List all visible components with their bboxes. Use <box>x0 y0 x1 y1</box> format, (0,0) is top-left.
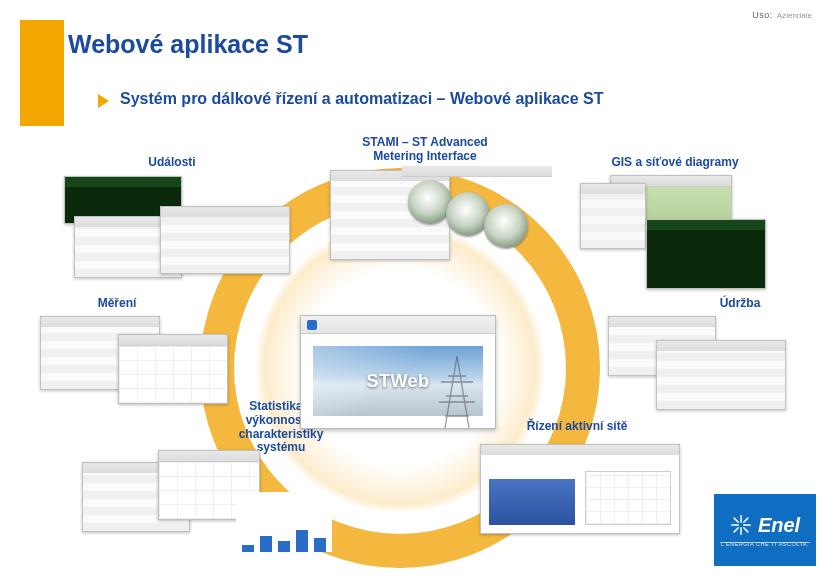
brand-tagline: L'ENERGIA CHE TI ASCOLTA. <box>721 541 809 547</box>
center-card-image: STWeb <box>313 346 483 416</box>
svg-line-4 <box>734 518 738 522</box>
label-gis: GIS a síťové diagramy <box>580 156 770 170</box>
svg-line-6 <box>744 518 748 522</box>
label-maintenance: Údržba <box>700 297 780 311</box>
header-uso-label: Uso: <box>752 10 773 20</box>
label-events: Události <box>112 156 232 170</box>
brand-name: Enel <box>758 514 800 537</box>
logo-icon <box>307 320 317 330</box>
pylon-icon <box>437 352 477 432</box>
thumb-maint-schedule <box>656 340 786 410</box>
thumb-gis-schema <box>646 219 766 289</box>
label-active-network: Řízení aktivní sítě <box>492 420 662 434</box>
thumb-gis-report <box>580 183 646 249</box>
header-usage: Uso: Aziendale <box>0 0 840 30</box>
label-measurement: Měření <box>72 297 162 311</box>
thumb-active-widget <box>489 479 575 525</box>
svg-line-5 <box>744 528 748 532</box>
brand-logo: Enel L'ENERGIA CHE TI ASCOLTA. <box>714 494 816 566</box>
thumb-active-dashboard <box>480 444 680 534</box>
label-ami: STAMI – ST Advanced Metering Interface <box>330 136 520 164</box>
page-subtitle: Systém pro dálkové řízení a automatizaci… <box>120 90 603 108</box>
thumb-active-plot <box>585 471 671 525</box>
meter-icon <box>484 204 528 248</box>
thumb-stats-barchart <box>236 492 332 552</box>
page-title: Webové aplikace ST <box>68 30 308 59</box>
enel-starburst-icon <box>730 514 752 536</box>
thumb-measure-trend <box>118 334 228 404</box>
header-scope: Aziendale <box>777 11 812 20</box>
center-card: STWeb <box>300 315 496 429</box>
thumb-ami-meters <box>402 166 552 266</box>
svg-line-7 <box>734 528 738 532</box>
accent-block <box>20 20 64 126</box>
chevron-icon <box>98 94 109 108</box>
thumb-events-table2 <box>160 206 290 274</box>
center-brand: STWeb <box>366 371 429 392</box>
center-card-header <box>301 316 495 334</box>
